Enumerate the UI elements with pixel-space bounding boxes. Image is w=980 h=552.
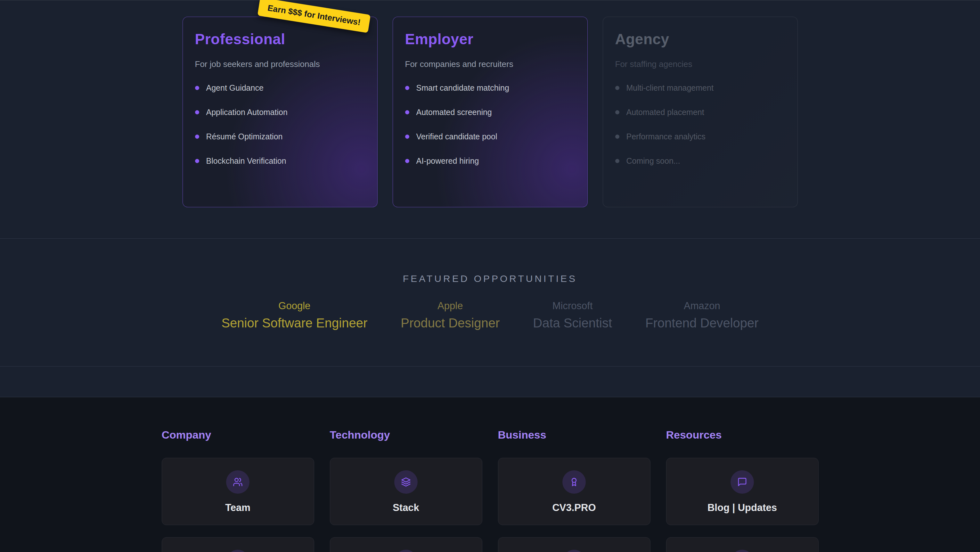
- bullet-dot-icon: [615, 134, 619, 139]
- plan-subtitle: For companies and recruiters: [405, 59, 575, 69]
- featured-opportunity-microsoft[interactable]: Microsoft Data Scientist: [533, 300, 612, 330]
- plan-feature-label: Application Automation: [206, 108, 288, 117]
- icon-circle: [562, 550, 586, 552]
- footer-card-partial[interactable]: [498, 537, 651, 552]
- featured-company: Google: [221, 300, 368, 312]
- page: Earn $$$ for Interviews! Professional Fo…: [0, 0, 980, 552]
- footer-column-company: Company Team: [162, 429, 314, 552]
- footer-card-partial[interactable]: [330, 537, 482, 552]
- plan-feature: Multi-client management: [615, 83, 785, 93]
- plan-feature-label: Performance analytics: [627, 132, 706, 141]
- featured-role: Data Scientist: [533, 316, 612, 330]
- featured-opportunities-row: Google Senior Software Engineer Apple Pr…: [0, 300, 980, 330]
- footer: Company Team: [0, 397, 980, 552]
- plan-feature: Verified candidate pool: [405, 132, 575, 141]
- featured-opportunity-amazon[interactable]: Amazon Frontend Developer: [645, 300, 759, 330]
- plan-subtitle: For staffing agencies: [615, 59, 785, 69]
- plan-feature: Automated placement: [615, 108, 785, 117]
- icon-circle: [562, 470, 586, 494]
- footer-column-business: Business CV3.PRO: [498, 429, 651, 552]
- footer-card-label: Team: [225, 502, 250, 514]
- plan-card-professional[interactable]: Earn $$$ for Interviews! Professional Fo…: [183, 17, 378, 207]
- plan-feature-label: Blockchain Verification: [206, 156, 286, 166]
- plan-title-employer: Employer: [405, 30, 575, 48]
- featured-role: Product Designer: [401, 316, 500, 330]
- footer-card-label: CV3.PRO: [552, 502, 596, 514]
- plans-section: Earn $$$ for Interviews! Professional Fo…: [0, 0, 980, 239]
- plan-feature: Performance analytics: [615, 132, 785, 141]
- plan-feature: Agent Guidance: [195, 83, 365, 93]
- plan-title-professional: Professional: [195, 30, 365, 48]
- icon-circle: [226, 550, 250, 552]
- footer-card-partial[interactable]: [162, 537, 314, 552]
- message-square-icon: [737, 477, 747, 487]
- icon-circle: [730, 550, 754, 552]
- footer-column-resources: Resources Blog | Updates: [666, 429, 819, 552]
- bullet-dot-icon: [615, 159, 619, 163]
- plan-title-agency: Agency: [615, 30, 785, 48]
- featured-opportunity-google[interactable]: Google Senior Software Engineer: [221, 300, 368, 330]
- featured-opportunities-section: FEATURED OPPORTUNITIES Google Senior Sof…: [0, 239, 980, 367]
- plan-feature-label: AI-powered hiring: [416, 156, 479, 166]
- featured-opportunity-apple[interactable]: Apple Product Designer: [401, 300, 500, 330]
- spacer-section: [0, 367, 980, 397]
- icon-circle: [226, 470, 250, 494]
- bullet-dot-icon: [195, 86, 199, 90]
- plan-card-agency: Agency For staffing agencies Multi-clien…: [603, 17, 798, 207]
- footer-header-technology: Technology: [330, 429, 482, 441]
- plan-feature-label: Résumé Optimization: [206, 132, 283, 141]
- plans-row: Earn $$$ for Interviews! Professional Fo…: [183, 17, 798, 207]
- bullet-dot-icon: [405, 159, 409, 163]
- bullet-dot-icon: [615, 110, 619, 114]
- plan-feature-list: Agent Guidance Application Automation Ré…: [195, 83, 365, 166]
- footer-card-label: Blog | Updates: [708, 502, 777, 514]
- footer-card-team[interactable]: Team: [162, 458, 314, 525]
- footer-card-partial[interactable]: [666, 537, 819, 552]
- featured-role: Senior Software Engineer: [221, 316, 368, 330]
- plan-subtitle: For job seekers and professionals: [195, 59, 365, 69]
- plan-card-employer[interactable]: Employer For companies and recruiters Sm…: [393, 17, 588, 207]
- footer-card-blog[interactable]: Blog | Updates: [666, 458, 819, 525]
- plan-feature: Résumé Optimization: [195, 132, 365, 141]
- plan-feature-label: Automated screening: [416, 108, 492, 117]
- featured-company: Microsoft: [533, 300, 612, 312]
- footer-header-company: Company: [162, 429, 314, 441]
- plan-feature-list: Smart candidate matching Automated scree…: [405, 83, 575, 166]
- layers-icon: [401, 477, 411, 487]
- plan-feature: Smart candidate matching: [405, 83, 575, 93]
- footer-column-technology: Technology Stack: [330, 429, 482, 552]
- footer-grid: Company Team: [162, 429, 819, 552]
- bullet-dot-icon: [195, 134, 199, 139]
- plan-feature: Blockchain Verification: [195, 156, 365, 166]
- icon-circle: [730, 470, 754, 494]
- footer-card-cv3pro[interactable]: CV3.PRO: [498, 458, 651, 525]
- earn-ribbon: Earn $$$ for Interviews!: [258, 0, 371, 33]
- footer-header-business: Business: [498, 429, 651, 441]
- bullet-dot-icon: [405, 86, 409, 90]
- icon-circle: [394, 470, 418, 494]
- plan-feature: Automated screening: [405, 108, 575, 117]
- bullet-dot-icon: [195, 110, 199, 114]
- plan-feature-label: Coming soon...: [627, 156, 680, 166]
- award-icon: [569, 477, 579, 487]
- plan-feature: Application Automation: [195, 108, 365, 117]
- featured-company: Apple: [401, 300, 500, 312]
- footer-header-resources: Resources: [666, 429, 819, 441]
- footer-card-label: Stack: [393, 502, 419, 514]
- bullet-dot-icon: [405, 110, 409, 114]
- plan-feature: Coming soon...: [615, 156, 785, 166]
- featured-opportunities-heading: FEATURED OPPORTUNITIES: [0, 273, 980, 284]
- plan-feature-list: Multi-client management Automated placem…: [615, 83, 785, 166]
- plan-feature-label: Agent Guidance: [206, 83, 264, 93]
- icon-circle: [394, 550, 418, 552]
- footer-card-stack[interactable]: Stack: [330, 458, 482, 525]
- featured-company: Amazon: [645, 300, 759, 312]
- plan-feature-label: Automated placement: [627, 108, 704, 117]
- bullet-dot-icon: [615, 86, 619, 90]
- plan-feature-label: Verified candidate pool: [416, 132, 497, 141]
- plan-feature-label: Smart candidate matching: [416, 83, 509, 93]
- bullet-dot-icon: [195, 159, 199, 163]
- users-icon: [233, 477, 243, 487]
- bullet-dot-icon: [405, 134, 409, 139]
- featured-role: Frontend Developer: [645, 316, 759, 330]
